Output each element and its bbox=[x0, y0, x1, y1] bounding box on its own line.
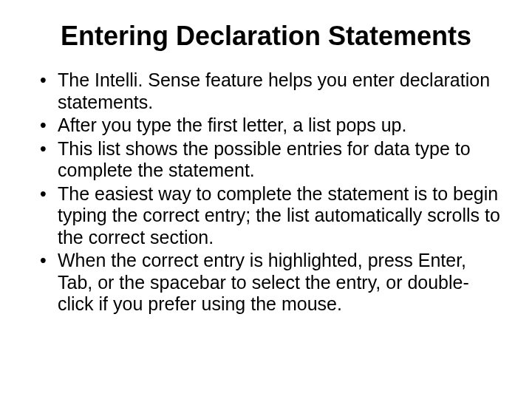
bullet-list: The Intelli. Sense feature helps you ent… bbox=[30, 69, 502, 316]
list-item: After you type the first letter, a list … bbox=[37, 115, 502, 137]
list-item: The Intelli. Sense feature helps you ent… bbox=[37, 69, 502, 113]
slide-title: Entering Declaration Statements bbox=[30, 21, 502, 52]
list-item: This list shows the possible entries for… bbox=[37, 138, 502, 182]
list-item: The easiest way to complete the statemen… bbox=[37, 183, 502, 249]
list-item: When the correct entry is highlighted, p… bbox=[37, 250, 502, 316]
slide: Entering Declaration Statements The Inte… bbox=[0, 0, 532, 399]
